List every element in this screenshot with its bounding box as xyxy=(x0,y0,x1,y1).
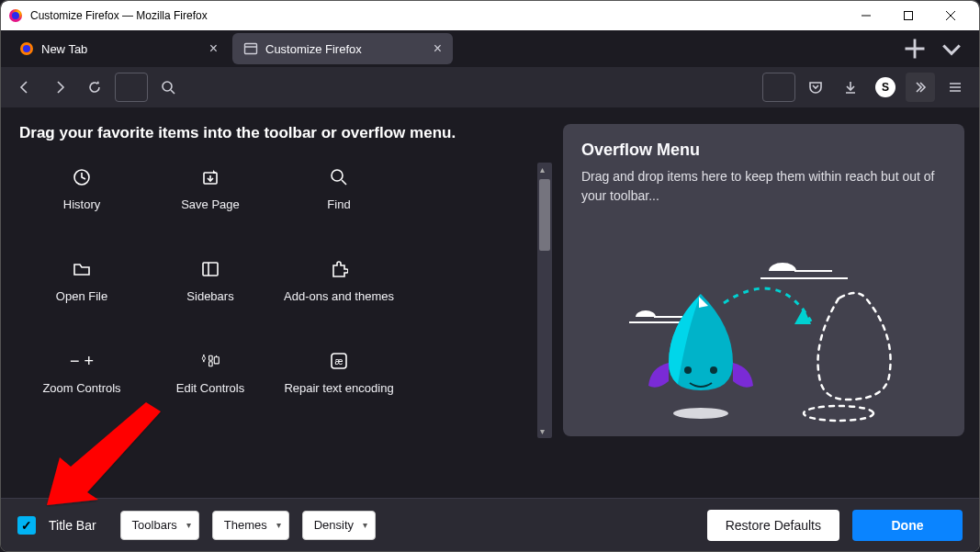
toolbar-items-grid: History Save Page Find Open File Sidebar… xyxy=(17,157,532,433)
firefox-icon xyxy=(19,41,34,56)
overflow-menu-panel[interactable]: Overflow Menu Drag and drop items here t… xyxy=(563,124,964,436)
pocket-button[interactable] xyxy=(801,73,830,102)
overflow-illustration xyxy=(563,253,949,436)
item-history[interactable]: History xyxy=(17,157,146,249)
svg-point-12 xyxy=(163,82,172,91)
themes-dropdown[interactable]: Themes▾ xyxy=(212,511,289,540)
close-icon[interactable]: × xyxy=(434,41,442,56)
item-label: Open File xyxy=(56,289,107,303)
customize-footer: ✓ Title Bar Toolbars▾ Themes▾ Density▾ R… xyxy=(1,498,979,551)
svg-rect-23 xyxy=(203,263,218,276)
svg-rect-3 xyxy=(905,12,913,20)
downloads-button[interactable] xyxy=(836,73,865,102)
item-label: Sidebars xyxy=(186,289,233,303)
chevron-down-icon: ▾ xyxy=(186,520,191,530)
density-dropdown[interactable]: Density▾ xyxy=(302,511,376,540)
svg-point-1 xyxy=(12,12,19,19)
svg-rect-26 xyxy=(209,362,213,366)
tab-new-tab[interactable]: New Tab × xyxy=(8,33,229,64)
close-icon[interactable]: × xyxy=(209,41,218,56)
search-icon[interactable] xyxy=(153,73,183,102)
overflow-button[interactable] xyxy=(906,73,935,102)
toolbars-dropdown[interactable]: Toolbars▾ xyxy=(120,511,199,540)
item-label: History xyxy=(63,197,100,211)
back-button[interactable] xyxy=(10,73,39,102)
overflow-desc: Drag and drop items here to keep them wi… xyxy=(581,167,946,206)
titlebar-checkbox-label: Title Bar xyxy=(49,518,96,533)
text-encoding-icon: æ xyxy=(330,350,348,372)
profile-badge: S xyxy=(875,77,896,97)
item-find[interactable]: Find xyxy=(275,157,403,249)
tab-label: New Tab xyxy=(41,42,87,56)
close-button[interactable] xyxy=(929,1,972,30)
reload-button[interactable] xyxy=(80,73,109,102)
window-title: Customize Firefox — Mozilla Firefox xyxy=(30,9,208,22)
customize-panel: Drag your favorite items into the toolba… xyxy=(1,107,979,500)
new-tab-button[interactable] xyxy=(902,36,928,62)
item-addons-themes[interactable]: Add-ons and themes xyxy=(275,249,403,341)
folder-icon xyxy=(73,258,91,280)
items-scrollbar[interactable]: ▴ ▾ xyxy=(537,163,552,438)
overflow-title: Overflow Menu xyxy=(581,141,946,160)
svg-point-37 xyxy=(673,408,728,419)
firefox-icon xyxy=(8,8,23,23)
item-sidebars[interactable]: Sidebars xyxy=(146,249,275,341)
item-repair-text-encoding[interactable]: æ Repair text encoding xyxy=(275,341,403,433)
item-label: Add-ons and themes xyxy=(284,289,394,303)
svg-rect-25 xyxy=(209,355,213,360)
maximize-button[interactable] xyxy=(887,1,929,30)
svg-point-7 xyxy=(23,45,30,52)
svg-point-33 xyxy=(804,406,873,421)
flex-space-placeholder[interactable] xyxy=(115,73,148,102)
chevron-down-icon: ▾ xyxy=(363,520,367,530)
customize-heading: Drag your favorite items into the toolba… xyxy=(19,124,552,142)
titlebar-checkbox[interactable]: ✓ xyxy=(17,516,36,535)
save-icon xyxy=(201,166,220,188)
sidebar-icon xyxy=(201,258,220,280)
svg-line-22 xyxy=(342,180,346,185)
puzzle-icon xyxy=(330,258,348,280)
scroll-down-icon[interactable]: ▾ xyxy=(540,426,545,436)
zoom-icon: − + xyxy=(70,350,94,372)
restore-defaults-button[interactable]: Restore Defaults xyxy=(707,510,839,541)
item-open-file[interactable]: Open File xyxy=(17,249,146,341)
item-label: Zoom Controls xyxy=(42,381,120,395)
flex-space-placeholder[interactable] xyxy=(762,73,795,102)
svg-rect-27 xyxy=(214,357,219,364)
all-tabs-button[interactable] xyxy=(939,36,964,62)
scrollbar-thumb[interactable] xyxy=(539,179,550,251)
item-label: Edit Controls xyxy=(176,381,244,395)
menu-button[interactable] xyxy=(941,73,970,102)
done-button[interactable]: Done xyxy=(852,510,963,541)
svg-rect-8 xyxy=(245,44,257,54)
history-icon xyxy=(73,166,91,188)
svg-point-35 xyxy=(684,366,692,374)
forward-button[interactable] xyxy=(45,73,74,102)
item-label: Find xyxy=(327,197,350,211)
item-label: Repair text encoding xyxy=(284,381,393,395)
nav-toolbar: S xyxy=(1,67,979,107)
profile-button[interactable]: S xyxy=(871,73,900,102)
svg-marker-32 xyxy=(794,308,811,324)
window-titlebar: Customize Firefox — Mozilla Firefox xyxy=(1,1,979,30)
edit-controls-icon xyxy=(201,350,220,372)
minimize-button[interactable] xyxy=(845,1,887,30)
search-icon xyxy=(330,166,348,188)
tab-strip: New Tab × Customize Firefox × xyxy=(1,30,979,67)
svg-line-13 xyxy=(171,90,175,94)
item-edit-controls[interactable]: Edit Controls xyxy=(146,341,275,433)
chevron-down-icon: ▾ xyxy=(276,520,281,530)
tab-label: Customize Firefox xyxy=(265,42,362,56)
window-icon xyxy=(243,41,258,56)
tab-customize-firefox[interactable]: Customize Firefox × xyxy=(232,33,453,64)
item-label: Save Page xyxy=(181,197,240,211)
item-zoom-controls[interactable]: − + Zoom Controls xyxy=(17,341,146,433)
svg-point-21 xyxy=(332,170,343,181)
scroll-up-icon[interactable]: ▴ xyxy=(540,164,545,175)
svg-text:æ: æ xyxy=(335,356,344,366)
svg-point-36 xyxy=(710,366,717,374)
item-save-page[interactable]: Save Page xyxy=(146,157,275,249)
